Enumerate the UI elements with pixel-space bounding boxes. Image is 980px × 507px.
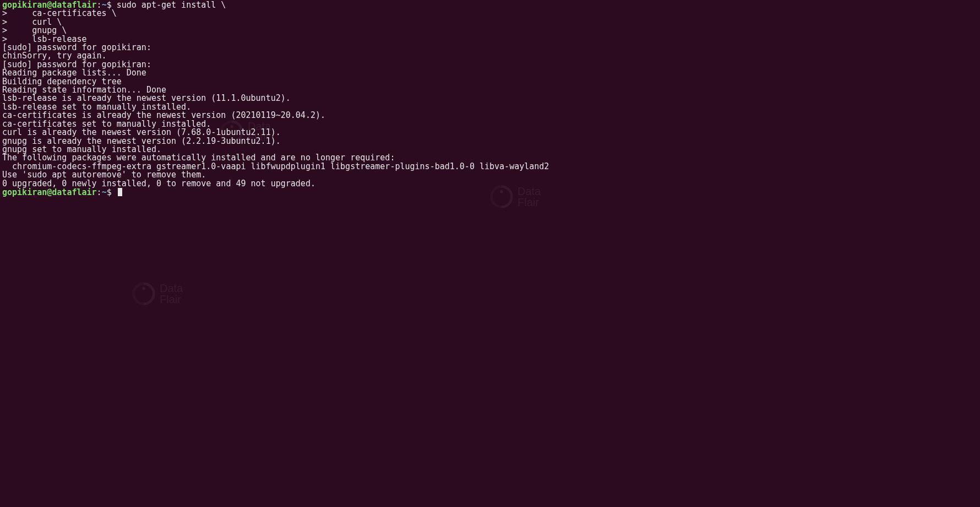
prompt-path: ~ [102,187,107,197]
terminal-line: gopikiran@dataflair:~$ [2,188,978,197]
terminal-line: Reading package lists... Done [2,69,978,77]
terminal-line: 0 upgraded, 0 newly installed, 0 to remo… [2,180,978,188]
watermark-text-top: Data [160,283,183,294]
terminal-line: > ca-certificates \ [2,9,978,18]
terminal-line: [sudo] password for gopikiran: [2,44,978,52]
terminal-line: > curl \ [2,18,978,26]
prompt-symbol: $ [107,187,117,197]
terminal-output-area[interactable]: gopikiran@dataflair:~$ sudo apt-get inst… [0,0,980,198]
prompt-separator: : [97,187,102,197]
terminal-line: [sudo] password for gopikiran: [2,61,978,69]
watermark-text-bottom: Flair [160,294,183,305]
terminal-line: > gnupg \ [2,26,978,35]
terminal-line: gopikiran@dataflair:~$ sudo apt-get inst… [2,1,978,9]
svg-point-0 [142,287,145,290]
watermark-text-bottom: Flair [518,197,541,208]
watermark-icon: Data Flair [131,281,183,306]
output-text: 0 upgraded, 0 newly installed, 0 to remo… [2,179,315,188]
cursor[interactable] [118,188,122,196]
command-text: sudo apt-get install \ [117,0,226,10]
prompt-user-host: gopikiran@dataflair [2,187,97,197]
